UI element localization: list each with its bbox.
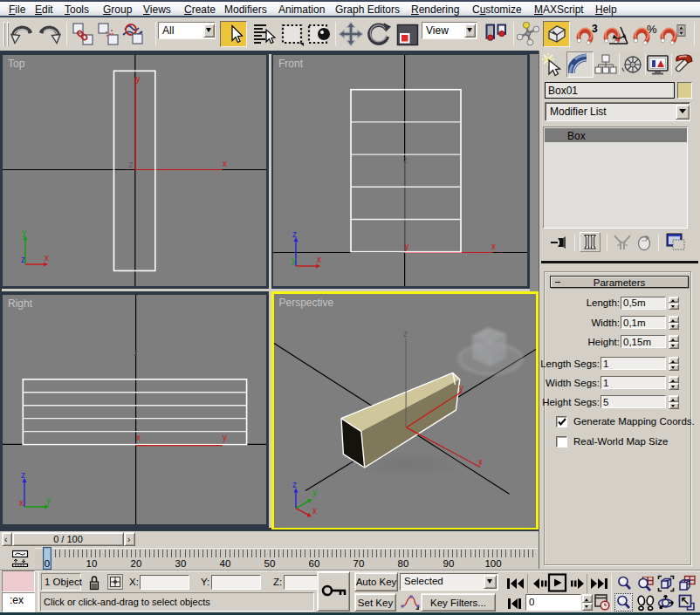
svg-text:x: x xyxy=(19,498,24,508)
svg-text:x: x xyxy=(312,506,317,516)
svg-text:70: 70 xyxy=(353,558,365,569)
svg-text:z: z xyxy=(403,329,408,338)
svg-text:z: z xyxy=(129,160,134,169)
svg-text:z: z xyxy=(292,229,297,239)
svg-text:y: y xyxy=(223,433,227,442)
svg-text:90: 90 xyxy=(443,558,455,569)
svg-text:x: x xyxy=(491,242,496,251)
svg-text:100: 100 xyxy=(484,558,501,569)
svg-text:0: 0 xyxy=(45,558,50,569)
svg-text:x: x xyxy=(223,159,227,168)
svg-text:3: 3 xyxy=(592,23,598,35)
svg-text:10: 10 xyxy=(86,558,98,569)
svg-text:z: z xyxy=(292,480,297,489)
svg-text:z: z xyxy=(21,470,25,480)
svg-text:30: 30 xyxy=(175,558,187,569)
svg-text:y: y xyxy=(22,228,26,237)
svg-text:x: x xyxy=(45,253,49,263)
svg-text:y: y xyxy=(136,74,141,84)
svg-text:y: y xyxy=(312,488,317,497)
svg-text:y: y xyxy=(46,495,51,505)
svg-text:z: z xyxy=(21,255,25,264)
svg-text:60: 60 xyxy=(309,558,320,569)
svg-text:x: x xyxy=(136,433,141,442)
svg-text:%: % xyxy=(647,23,657,36)
svg-text:x: x xyxy=(317,255,321,264)
svg-text:20: 20 xyxy=(131,558,142,569)
svg-text:40: 40 xyxy=(220,558,231,569)
svg-text:y: y xyxy=(405,242,409,251)
svg-text:z: z xyxy=(134,348,138,358)
svg-text:y: y xyxy=(459,383,463,393)
svg-text:x: x xyxy=(478,457,483,467)
svg-text:y: y xyxy=(292,256,296,265)
svg-text:z: z xyxy=(403,155,408,165)
svg-text:80: 80 xyxy=(398,558,409,569)
svg-text:50: 50 xyxy=(264,558,276,569)
